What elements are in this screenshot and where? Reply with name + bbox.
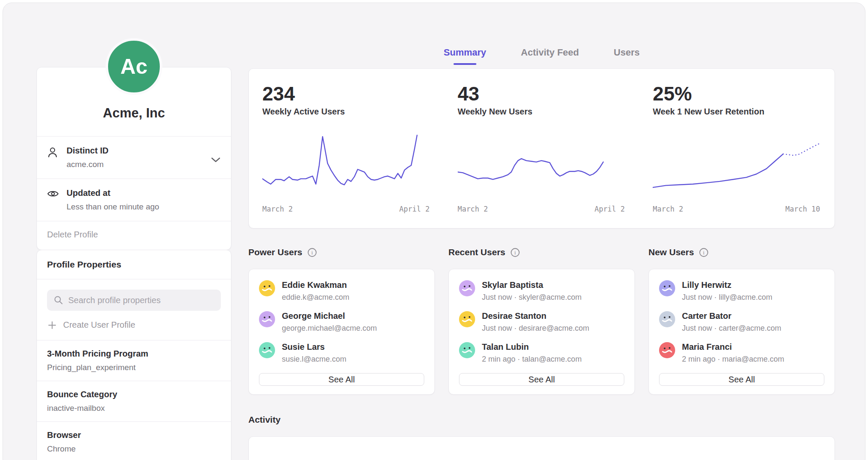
svg-text:i: i	[515, 250, 516, 256]
user-name: George Michael	[282, 311, 377, 321]
info-icon[interactable]: i	[510, 248, 520, 257]
user-list-item[interactable]: Maria Franci 2 min ago · maria@acme.com	[659, 342, 824, 364]
stat-label: Weekly New Users	[458, 107, 625, 117]
property-name: Browser	[47, 430, 221, 440]
plus-icon	[48, 321, 56, 329]
tab-summary-label: Summary	[444, 47, 486, 58]
power-users-section: Power Users i Eddie Kwakman eddie.k@acme…	[248, 245, 435, 395]
info-icon[interactable]: i	[699, 248, 709, 257]
user-avatar-face-icon	[659, 311, 675, 327]
recent-users-title: Recent Users	[448, 247, 505, 257]
property-row: Bounce Category inactive-mailbox	[37, 381, 231, 421]
app-window: Ac Acme, Inc Distinct ID acme.com	[3, 3, 865, 460]
user-avatar-face-icon	[259, 311, 275, 327]
distinct-id-value: acme.com	[67, 160, 108, 169]
user-list-item[interactable]: Skylar Baptista Just now · skyler@acme.c…	[459, 280, 624, 302]
distinct-id-label: Distinct ID	[67, 146, 108, 156]
search-icon	[54, 296, 63, 305]
stat-value: 43	[458, 83, 625, 104]
new-users-card: Lilly Herwitz Just now · lilly@acme.com …	[648, 269, 835, 395]
profile-properties-card: Profile Properties Create User Profile	[36, 250, 231, 460]
weekly-new-users-line-chart	[458, 132, 625, 199]
property-value: Pricing_plan_experiment	[47, 363, 221, 372]
stat-value: 234	[262, 83, 430, 104]
see-all-button[interactable]: See All	[259, 373, 424, 386]
activity-stat-value: 240	[458, 456, 640, 460]
see-all-button[interactable]: See All	[659, 373, 824, 386]
tab-users[interactable]: Users	[614, 47, 640, 65]
power-users-card: Eddie Kwakman eddie.k@acme.com George Mi…	[248, 269, 435, 395]
stat-label: Weekly Active Users	[262, 107, 430, 117]
user-list-item[interactable]: Susie Lars susie.l@acme.com	[259, 342, 424, 364]
property-row: 3-Month Pricing Program Pricing_plan_exp…	[37, 340, 231, 381]
activity-card: 234 240 3.4k	[248, 436, 835, 460]
property-value: inactive-mailbox	[47, 404, 221, 413]
delete-profile-button[interactable]: Delete Profile	[37, 221, 231, 250]
user-name: Desirae Stanton	[482, 311, 589, 321]
user-name: Eddie Kwakman	[282, 280, 349, 290]
user-list-item[interactable]: Carter Bator Just now · carter@acme.com	[659, 311, 824, 333]
user-avatar-face-icon	[459, 311, 475, 327]
stat-value: 25%	[653, 83, 820, 104]
x-tick: March 2	[262, 205, 293, 213]
user-list-item[interactable]: Talan Lubin 2 min ago · talan@acme.com	[459, 342, 624, 364]
divider	[37, 279, 231, 279]
user-detail: 2 min ago · maria@acme.com	[682, 355, 784, 364]
user-detail: george.michael@acme.com	[282, 324, 377, 333]
summary-tabs: Summary Activity Feed Users	[248, 47, 835, 65]
user-detail: Just now · carter@acme.com	[682, 324, 781, 333]
x-tick: March 2	[458, 205, 488, 213]
see-all-button[interactable]: See All	[459, 373, 624, 386]
summary-stats-card: 234 Weekly Active Users March 2 April 2 …	[248, 68, 835, 229]
new-users-title: New Users	[648, 247, 694, 257]
search-profile-properties[interactable]	[47, 290, 221, 311]
recent-users-card: Skylar Baptista Just now · skyler@acme.c…	[448, 269, 635, 395]
property-name: Bounce Category	[47, 390, 221, 399]
active-tab-underline	[453, 63, 476, 65]
x-tick: April 2	[399, 205, 430, 213]
stat-weekly-active-users: 234 Weekly Active Users March 2 April 2	[249, 69, 444, 228]
distinct-id-row: Distinct ID acme.com	[37, 137, 231, 178]
stat-weekly-new-users: 43 Weekly New Users March 2 April 2	[444, 69, 640, 228]
stat-label: Week 1 New User Retention	[653, 107, 820, 117]
user-avatar-face-icon	[459, 342, 475, 358]
user-list-item[interactable]: George Michael george.michael@acme.com	[259, 311, 424, 333]
eye-icon	[47, 188, 59, 212]
user-list-item[interactable]: Desirae Stanton Just now · desirare@acme…	[459, 311, 624, 333]
updated-at-label: Updated at	[67, 188, 159, 198]
tab-users-label: Users	[614, 47, 640, 58]
profile-properties-title: Profile Properties	[37, 250, 231, 279]
user-name: Talan Lubin	[482, 342, 581, 352]
tab-activity-feed-label: Activity Feed	[521, 47, 579, 58]
activity-stat-value: 3.4k	[653, 456, 835, 460]
updated-at-value: Less than one minute ago	[67, 202, 159, 212]
user-list-item[interactable]: Eddie Kwakman eddie.k@acme.com	[259, 280, 424, 302]
property-value: Chrome	[47, 444, 221, 454]
activity-title: Activity	[248, 415, 281, 425]
user-detail: susie.l@acme.com	[282, 355, 346, 364]
user-name: Maria Franci	[682, 342, 784, 352]
user-list-item[interactable]: Lilly Herwitz Just now · lilly@acme.com	[659, 280, 824, 302]
new-users-section: New Users i Lilly Herwitz Just now · lil…	[648, 245, 835, 395]
updated-at-row: Updated at Less than one minute ago	[37, 179, 231, 221]
user-lists-row: Power Users i Eddie Kwakman eddie.k@acme…	[248, 245, 835, 395]
search-input[interactable]	[68, 296, 214, 305]
info-icon[interactable]: i	[307, 248, 317, 257]
create-user-profile-button[interactable]: Create User Profile	[37, 311, 231, 340]
property-row: Browser Chrome	[37, 422, 231, 460]
chevron-down-icon[interactable]	[211, 157, 221, 163]
property-name: 3-Month Pricing Program	[47, 349, 221, 359]
svg-text:i: i	[703, 250, 705, 256]
svg-text:i: i	[312, 250, 313, 256]
tab-summary[interactable]: Summary	[444, 47, 486, 65]
x-tick: March 10	[785, 205, 820, 213]
user-detail: Just now · desirare@acme.com	[482, 324, 589, 333]
tab-activity-feed[interactable]: Activity Feed	[521, 47, 579, 65]
create-user-profile-label: Create User Profile	[63, 320, 135, 330]
x-tick: March 2	[653, 205, 683, 213]
user-name: Carter Bator	[682, 311, 781, 321]
week1-retention-line-chart	[653, 132, 820, 199]
user-avatar-face-icon	[659, 342, 675, 358]
x-tick: April 2	[595, 205, 625, 213]
recent-users-section: Recent Users i Skylar Baptista Just now …	[448, 245, 635, 395]
